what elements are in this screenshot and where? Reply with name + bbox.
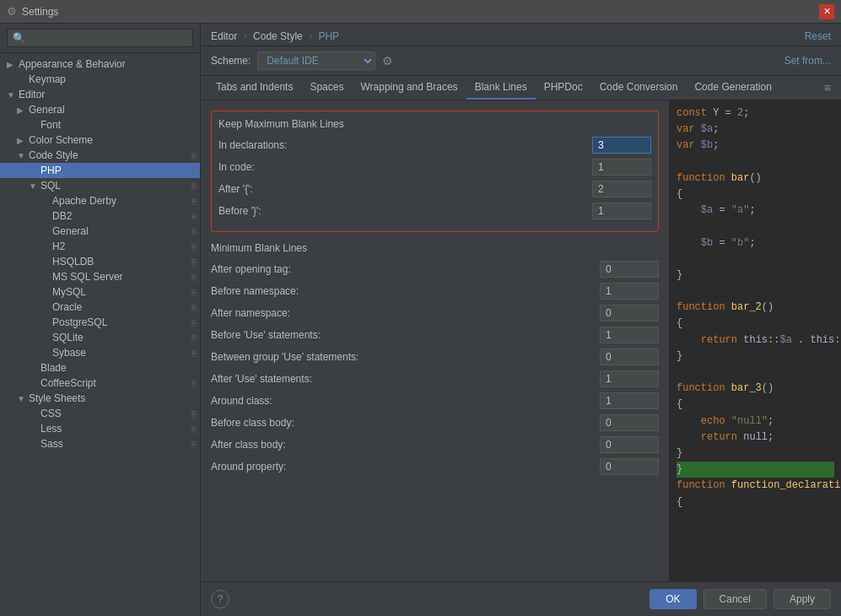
tab-code-conversion[interactable]: Code Conversion [591, 76, 687, 100]
settings-icon: ⚙ [7, 5, 17, 18]
before-class-body-input[interactable] [600, 414, 659, 431]
after-use-input[interactable] [600, 370, 659, 387]
settings-panel: Keep Maximum Blank Lines In declarations… [201, 100, 670, 581]
sidebar-item-postgresql[interactable]: PostgreSQL ⎘ [0, 315, 200, 330]
scheme-select[interactable]: Default IDE [257, 51, 375, 70]
reset-button[interactable]: Reset [805, 30, 831, 42]
before-namespace-label: Before namespace: [211, 285, 593, 297]
arrow-icon: ▼ [7, 90, 19, 100]
sidebar: ▶ Appearance & Behavior Keymap ▼ Editor … [0, 24, 201, 616]
before-namespace-input[interactable] [600, 283, 659, 300]
copy-icon: ⎘ [191, 227, 197, 236]
sidebar-item-label: PHP [40, 165, 188, 176]
scheme-left: Scheme: Default IDE ⚙ [211, 51, 393, 70]
tab-code-generation[interactable]: Code Generation [686, 76, 779, 100]
sidebar-item-codestyle[interactable]: ▼ Code Style ⎘ [0, 148, 200, 163]
sidebar-item-stylesheets[interactable]: ▼ Style Sheets [0, 391, 200, 406]
sidebar-item-sqlite[interactable]: SQLite ⎘ [0, 330, 200, 345]
tab-blank-lines[interactable]: Blank Lines [466, 76, 536, 100]
tabs-row: Tabs and Indents Spaces Wrapping and Bra… [201, 76, 841, 100]
sidebar-item-label: Code Style [29, 149, 188, 161]
before-close-brace-input[interactable] [592, 203, 651, 219]
copy-icon: ⎘ [191, 151, 197, 160]
before-use-label: Before 'Use' statements: [211, 329, 593, 341]
sidebar-item-label: Appearance & Behavior [19, 58, 197, 70]
in-code-input[interactable] [592, 159, 651, 176]
between-group-use-row: Between group 'Use' statements: [211, 349, 659, 365]
copy-icon: ⎘ [191, 424, 197, 434]
tab-spaces[interactable]: Spaces [301, 76, 352, 100]
before-use-row: Before 'Use' statements: [211, 327, 659, 343]
bottom-bar: ? OK Cancel Apply [201, 581, 841, 616]
sidebar-item-label: Editor [19, 89, 197, 100]
sidebar-item-blade[interactable]: Blade [0, 360, 200, 376]
sidebar-item-less[interactable]: Less ⎘ [0, 421, 200, 436]
sidebar-item-sybase[interactable]: Sybase ⎘ [0, 345, 200, 360]
sidebar-item-apachederby[interactable]: Apache Derby ⎘ [0, 193, 200, 208]
in-declarations-input[interactable] [592, 137, 651, 154]
search-input[interactable] [7, 29, 193, 47]
around-class-input[interactable] [600, 392, 659, 409]
sidebar-item-general[interactable]: ▶ General [0, 102, 200, 117]
code-line: } [677, 349, 834, 365]
sidebar-item-font[interactable]: Font [0, 117, 200, 132]
help-button[interactable]: ? [211, 590, 229, 608]
sidebar-item-h2[interactable]: H2 ⎘ [0, 239, 200, 254]
copy-icon: ⎘ [191, 318, 197, 327]
apply-button[interactable]: Apply [774, 589, 831, 609]
code-line: $a = "a"; [677, 203, 834, 219]
copy-icon: ⎘ [191, 257, 197, 267]
after-use-label: After 'Use' statements: [211, 373, 593, 385]
after-open-brace-input[interactable] [592, 181, 651, 197]
sidebar-item-colorscheme[interactable]: ▶ Color Scheme [0, 132, 200, 148]
copy-icon: ⎘ [191, 166, 197, 176]
copy-icon: ⎘ [191, 440, 197, 449]
sidebar-item-coffeescript[interactable]: CoffeeScript ⎘ [0, 376, 200, 391]
more-tabs-icon[interactable]: ≡ [821, 76, 834, 100]
sidebar-item-label: MS SQL Server [52, 271, 188, 283]
sidebar-item-mssql[interactable]: MS SQL Server ⎘ [0, 269, 200, 284]
code-line: echo "null"; [677, 413, 834, 430]
around-property-label: Around property: [211, 461, 593, 473]
close-button[interactable]: ✕ [819, 4, 834, 19]
sidebar-item-hsqldb[interactable]: HSQLDB ⎘ [0, 254, 200, 269]
code-line: } [677, 446, 834, 462]
after-class-body-input[interactable] [600, 436, 659, 453]
content-area: Editor › Code Style › PHP Reset Scheme: … [201, 24, 841, 616]
gear-icon[interactable]: ⚙ [382, 54, 393, 68]
set-from-button[interactable]: Set from... [784, 55, 831, 67]
copy-icon: ⎘ [191, 181, 197, 191]
tab-tabs-indents[interactable]: Tabs and Indents [208, 76, 301, 100]
ok-button[interactable]: OK [650, 589, 696, 609]
sidebar-item-keymap[interactable]: Keymap [0, 72, 200, 87]
around-property-input[interactable] [600, 458, 659, 475]
code-line: var $a; [677, 122, 834, 138]
before-close-brace-row: Before '}': [218, 203, 651, 219]
code-line: function function_declaration() [677, 478, 834, 494]
sidebar-item-general2[interactable]: General ⎘ [0, 224, 200, 239]
sidebar-item-sql[interactable]: ▼ SQL ⎘ [0, 178, 200, 193]
sidebar-item-css[interactable]: CSS ⎘ [0, 406, 200, 421]
after-opening-tag-input[interactable] [600, 261, 659, 278]
code-line: } [677, 267, 834, 284]
sidebar-item-sass[interactable]: Sass ⎘ [0, 436, 200, 451]
sidebar-item-appearance[interactable]: ▶ Appearance & Behavior [0, 57, 200, 72]
after-open-brace-label: After '{': [218, 183, 585, 195]
after-namespace-input[interactable] [600, 305, 659, 322]
sidebar-item-oracle[interactable]: Oracle ⎘ [0, 300, 200, 315]
cancel-button[interactable]: Cancel [704, 589, 767, 609]
between-group-use-input[interactable] [600, 349, 659, 365]
preview-panel: const Y = 2; var $a; var $b; function ba… [670, 100, 841, 581]
code-line: { [677, 397, 834, 413]
arrow-icon: ▶ [7, 60, 19, 69]
before-use-input[interactable] [600, 327, 659, 343]
sidebar-item-php[interactable]: PHP ⎘ [0, 163, 200, 178]
sidebar-item-editor[interactable]: ▼ Editor [0, 87, 200, 102]
tab-wrapping-braces[interactable]: Wrapping and Braces [352, 76, 466, 100]
tab-phpdoc[interactable]: PHPDoc [536, 76, 591, 100]
sidebar-item-db2[interactable]: DB2 ⎘ [0, 208, 200, 224]
sidebar-item-mysql[interactable]: MySQL ⎘ [0, 284, 200, 300]
code-line [677, 219, 834, 235]
copy-icon: ⎘ [191, 197, 197, 206]
keep-maximum-title: Keep Maximum Blank Lines [218, 118, 651, 130]
